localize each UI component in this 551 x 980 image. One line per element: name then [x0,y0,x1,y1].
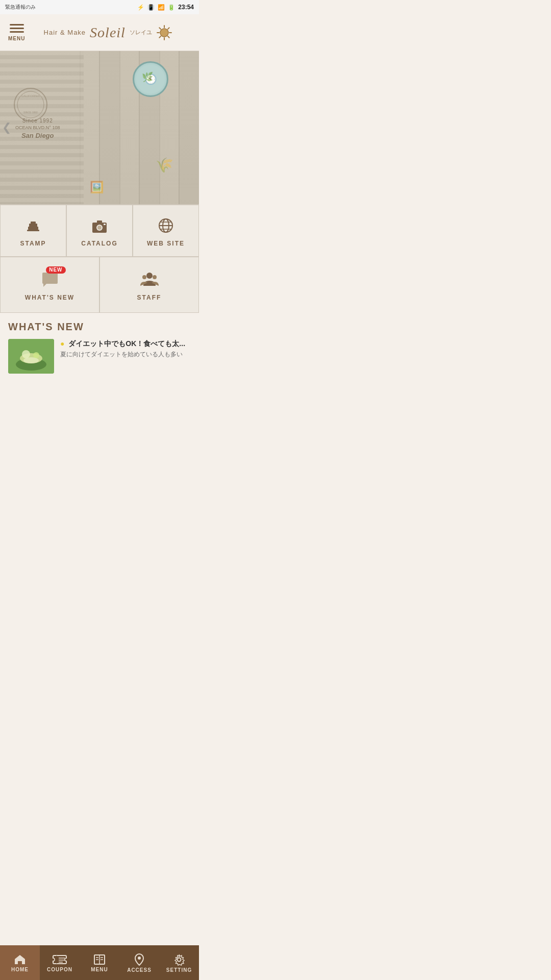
svg-point-34 [22,350,30,358]
hero-frame: 🖼️ [90,181,104,194]
header: MENU Hair & Make Soleil ソレイユ [0,14,199,51]
hero-stamp-text: CALIFORNIA SINCE 1992 Since 1992 OCEAN B… [15,92,60,140]
svg-line-8 [159,36,161,37]
svg-text:CALIFORNIA: CALIFORNIA [21,94,40,97]
grid-item-stamp[interactable]: STAMP [0,205,66,257]
wifi-icon: 📶 [158,4,165,11]
svg-rect-22 [104,224,106,225]
svg-point-20 [97,226,102,230]
svg-point-28 [146,273,153,279]
stamp-label: STAMP [20,240,46,247]
website-label: WEB SITE [147,240,185,247]
logo-subtext: Hair & Make [44,29,86,36]
logo-jp: ソレイユ [130,29,152,36]
svg-rect-14 [29,224,37,227]
svg-line-5 [159,28,161,29]
menu-bar-2 [10,28,24,29]
chat-icon-wrap: NEW [40,271,60,289]
news-content: ● ダイエット中でもOK！食べても太... 夏に向けてダイエットを始めている人も… [60,339,185,359]
hero-ocean: OCEAN BLVD.N° 108 [15,125,60,131]
logo-brand: Soleil [90,24,126,41]
grid-menu-row1: STAMP CATALOG [0,204,199,257]
news-item[interactable]: ● ダイエット中でもOK！食べても太... 夏に向けてダイエットを始めている人も… [8,339,191,374]
svg-rect-16 [27,230,39,231]
vibrate-icon: 📳 [147,4,155,11]
svg-rect-15 [31,222,36,224]
sun-icon [156,24,172,41]
stamp-icon [24,216,42,235]
news-sub: 夏に向けてダイエットを始めている人も多い [60,350,185,359]
svg-rect-21 [97,220,102,223]
grid-item-staff[interactable]: STAFF [99,257,199,313]
svg-point-30 [153,275,157,279]
status-bar: 緊急通報のみ ⚡ 📳 📶 🔋 23:54 [0,0,199,14]
hero-arrow-left[interactable]: ❮ [2,121,11,134]
menu-bar-1 [10,24,24,26]
hero-image: CALIFORNIA SINCE 1992 Since 1992 OCEAN B… [0,51,199,204]
status-carrier: 緊急通報のみ [5,4,36,11]
hero-city: San Diego [15,131,60,140]
whatsnew-label: WHAT'S NEW [25,294,74,301]
news-headline: ● ダイエット中でもOK！食べても太... [60,339,185,348]
svg-point-36 [23,357,39,363]
grid-item-whatsnew[interactable]: NEW WHAT'S NEW [0,257,99,313]
grid-item-catalog[interactable]: CATALOG [66,205,133,257]
grid-menu-row2: NEW WHAT'S NEW STAFF [0,257,199,313]
svg-point-0 [160,29,168,37]
svg-line-6 [168,36,169,37]
globe-icon [157,216,175,235]
svg-text:SINCE 1992: SINCE 1992 [23,111,38,114]
menu-bar-3 [10,31,24,33]
news-thumbnail [8,339,54,374]
svg-point-29 [142,275,146,279]
whats-new-title: WHAT'S NEW [8,321,191,333]
news-dot: ● [60,339,64,348]
catalog-label: CATALOG [81,240,118,247]
svg-point-35 [33,352,39,358]
staff-label: STAFF [137,294,162,301]
bluetooth-icon: ⚡ [137,4,144,11]
whats-new-section: WHAT'S NEW ● ダイエット中でもOK！食べても太... 夏に [0,313,199,379]
new-badge: NEW [46,266,65,274]
camera-icon [90,216,109,235]
logo-area: Hair & Make Soleil ソレイユ [25,24,191,41]
menu-button[interactable]: MENU [8,24,25,41]
status-time: 23:54 [178,4,194,11]
grid-item-website[interactable]: WEB SITE [133,205,199,257]
hero-floral: 🌿 [142,71,153,83]
svg-line-7 [168,28,169,29]
hero-decor: 🌾 [156,157,173,174]
svg-point-9 [14,88,47,121]
people-icon [139,271,160,289]
menu-label: MENU [8,36,25,41]
battery-icon: 🔋 [168,4,175,11]
